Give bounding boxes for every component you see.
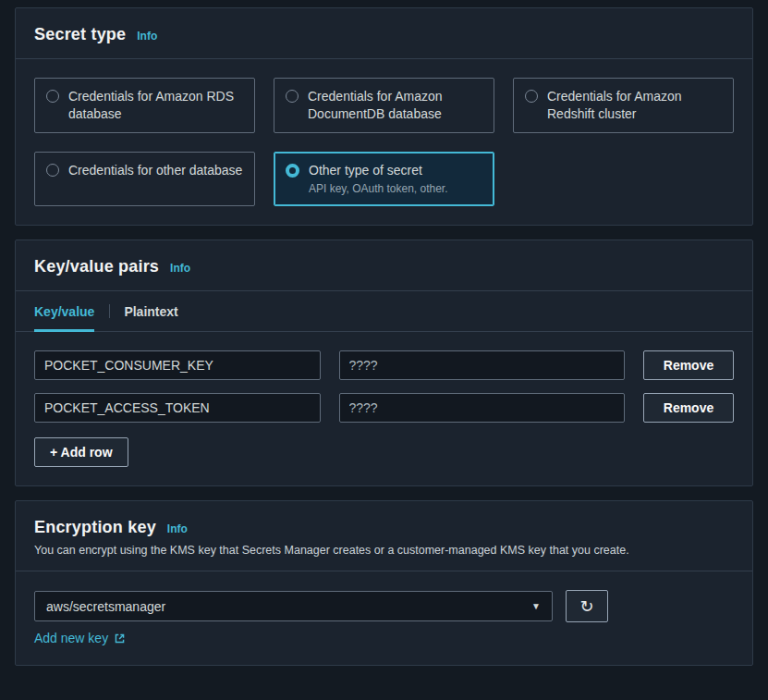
encryption-key-description: You can encrypt using the KMS key that S… [34,544,734,557]
key-value-pairs-info-link[interactable]: Info [170,262,190,275]
encryption-key-controls: aws/secretsmanager ▼ ↻ [34,590,734,622]
key-value-row: Remove [34,350,734,380]
option-text: Other type of secret API key, OAuth toke… [309,162,448,196]
radio-unselected-icon [525,90,538,103]
secret-type-card: Secret type Info Credentials for Amazon … [15,7,753,226]
secret-type-option-rds[interactable]: Credentials for Amazon RDS database [34,78,255,133]
key-input[interactable] [34,393,321,423]
key-value-row: Remove [34,393,734,423]
add-new-key-label: Add new key [34,631,108,645]
value-input[interactable] [339,393,626,423]
secret-type-title: Secret type [34,25,126,44]
radio-unselected-icon [46,164,59,177]
option-description: API key, OAuth token, other. [309,181,448,196]
add-row-button[interactable]: + Add row [34,437,128,467]
key-input[interactable] [34,350,321,380]
secret-type-options: Credentials for Amazon RDS database Cred… [34,78,734,206]
chevron-down-icon: ▼ [531,601,541,611]
kms-key-select[interactable]: aws/secretsmanager ▼ [34,591,553,621]
encryption-key-info-link[interactable]: Info [167,522,188,535]
encryption-key-title: Encryption key [34,518,156,537]
remove-row-button[interactable]: Remove [643,350,734,380]
tab-plaintext[interactable]: Plaintext [124,291,177,331]
secret-type-option-redshift[interactable]: Credentials for Amazon Redshift cluster [513,78,734,133]
kms-key-selected-value: aws/secretsmanager [46,599,165,614]
radio-selected-icon [286,164,299,178]
remove-row-button[interactable]: Remove [643,393,734,423]
secret-type-option-other-secret[interactable]: Other type of secret API key, OAuth toke… [274,152,494,206]
encryption-key-card: Encryption key Info You can encrypt usin… [15,500,753,666]
value-input[interactable] [339,350,626,380]
encryption-key-body: aws/secretsmanager ▼ ↻ Add new key [16,571,752,665]
option-label: Credentials for other database [68,162,242,179]
tab-key-value[interactable]: Key/value [34,291,94,331]
key-value-pairs-header: Key/value pairs Info [16,240,752,290]
secret-type-info-link[interactable]: Info [137,30,157,43]
encryption-key-header: Encryption key Info You can encrypt usin… [16,501,752,571]
secret-type-option-documentdb[interactable]: Credentials for Amazon DocumentDB databa… [274,78,494,133]
option-label: Other type of secret [309,163,422,178]
option-label: Credentials for Amazon RDS database [68,88,243,123]
add-new-key-link[interactable]: Add new key [34,631,126,645]
secret-type-header: Secret type Info [16,8,752,58]
radio-unselected-icon [286,90,299,103]
key-value-body: Remove Remove + Add row [16,332,752,485]
secret-type-option-other-database[interactable]: Credentials for other database [34,152,255,206]
refresh-keys-button[interactable]: ↻ [566,590,608,622]
option-label: Credentials for Amazon DocumentDB databa… [308,88,482,123]
key-value-tabs: Key/value Plaintext [16,291,752,332]
key-value-pairs-card: Key/value pairs Info Key/value Plaintext… [15,239,753,486]
secret-type-body: Credentials for Amazon RDS database Cred… [16,59,752,225]
key-value-pairs-title: Key/value pairs [34,257,159,276]
radio-unselected-icon [46,90,59,103]
external-link-icon [114,632,126,645]
option-label: Credentials for Amazon Redshift cluster [547,88,722,123]
refresh-icon: ↻ [579,596,593,617]
